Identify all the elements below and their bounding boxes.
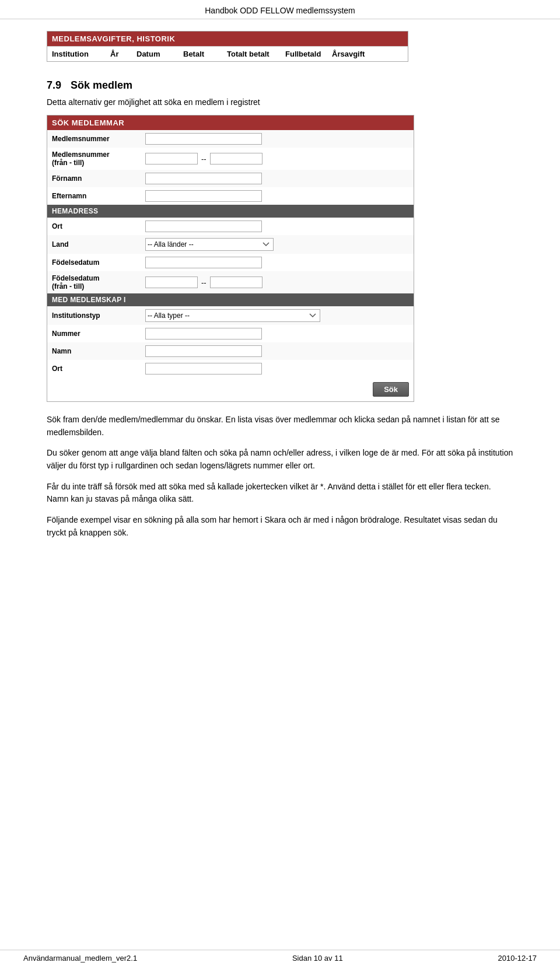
form-row-efternamn: Efternamn	[47, 187, 414, 205]
content-area: MEDLEMSAVGIFTER, HISTORIK Institution År…	[0, 19, 560, 583]
footer-right: 2010-12-17	[498, 954, 537, 963]
label-medlemsnummer-range: Medlemsnummer(från - till)	[52, 150, 145, 167]
label-land: Land	[52, 240, 145, 249]
label-fornamn: Förnamn	[52, 174, 145, 183]
form-row-land: Land -- Alla länder --	[47, 235, 414, 254]
sok-form-box: SÖK MEDLEMMAR Medlemsnummer Medlemsnumme…	[47, 115, 414, 402]
page-title: Handbok ODD FELLOW medlemssystem	[205, 6, 355, 15]
form-row-fornamn: Förnamn	[47, 170, 414, 187]
form-row-fodelsedatum-range: Födelsedatum(från - till) --	[47, 271, 414, 293]
label-fodelsedatum-range: Födelsedatum(från - till)	[52, 274, 145, 290]
footer-center: Sidan 10 av 11	[292, 954, 343, 963]
input-medlemsnummer-from[interactable]	[145, 153, 198, 164]
input-efternamn[interactable]	[145, 190, 262, 202]
label-membership-ort: Ort	[52, 365, 145, 373]
body-paragraph-2: Du söker genom att ange välja bland fält…	[47, 447, 513, 472]
section-title: Sök medlem	[71, 79, 132, 92]
hemadress-header: HEMADRESS	[47, 205, 414, 218]
col-arsavgift: Årsavgift	[332, 50, 379, 58]
historik-header-row: Institution År Datum Betalt Totalt betal…	[47, 46, 408, 61]
form-row-medlemsnummer: Medlemsnummer	[47, 130, 414, 148]
dash-2: --	[201, 278, 206, 287]
label-ort: Ort	[52, 222, 145, 230]
form-row-medlemsnummer-range: Medlemsnummer(från - till) --	[47, 148, 414, 170]
input-fodelsedatum[interactable]	[145, 257, 262, 268]
body-paragraph-1: Sök fram den/de medlem/medlemmar du önsk…	[47, 414, 513, 439]
form-buttons-row: Sök	[47, 377, 414, 401]
form-row-nummer: Nummer	[47, 325, 414, 342]
historik-box: MEDLEMSAVGIFTER, HISTORIK Institution År…	[47, 31, 408, 62]
body-paragraph-3: Får du inte träff så försök med att söka…	[47, 481, 513, 506]
historik-title: MEDLEMSAVGIFTER, HISTORIK	[47, 32, 408, 46]
col-betalt: Betalt	[183, 50, 227, 58]
section-heading-row: 7.9 Sök medlem	[47, 79, 513, 92]
input-fornamn[interactable]	[145, 173, 262, 184]
select-land[interactable]: -- Alla länder --	[145, 238, 274, 251]
col-institution: Institution	[52, 50, 110, 58]
form-row-namn: Namn	[47, 342, 414, 360]
label-medlemsnummer: Medlemsnummer	[52, 135, 145, 143]
sok-form-title: SÖK MEDLEMMAR	[47, 116, 414, 130]
input-ort[interactable]	[145, 220, 262, 232]
label-fodelsedatum: Födelsedatum	[52, 258, 145, 267]
page-header: Handbok ODD FELLOW medlemssystem	[0, 0, 560, 19]
page-footer: Användarmanual_medlem_ver2.1 Sidan 10 av…	[0, 950, 560, 966]
input-medlemsnummer-to[interactable]	[210, 153, 262, 164]
input-fodelsedatum-to[interactable]	[210, 276, 262, 288]
input-membership-ort[interactable]	[145, 363, 262, 374]
sok-button[interactable]: Sök	[373, 382, 409, 397]
form-row-institutionstyp: Institutionstyp -- Alla typer --	[47, 306, 414, 325]
section-intro: Detta alternativ ger möjlighet att söka …	[47, 97, 513, 107]
dash-1: --	[201, 155, 206, 163]
col-datum: Datum	[136, 50, 183, 58]
label-namn: Namn	[52, 347, 145, 355]
label-nummer: Nummer	[52, 330, 145, 338]
input-fodelsedatum-from[interactable]	[145, 276, 198, 288]
form-row-fodelsedatum: Födelsedatum	[47, 254, 414, 271]
col-ar: År	[110, 50, 136, 58]
col-fullbetald: Fullbetald	[285, 50, 332, 58]
body-paragraph-4: Följande exempel visar en sökning på all…	[47, 514, 513, 539]
input-namn[interactable]	[145, 345, 262, 357]
label-efternamn: Efternamn	[52, 192, 145, 200]
col-totalt: Totalt betalt	[227, 50, 285, 58]
select-institutionstyp[interactable]: -- Alla typer --	[145, 309, 320, 322]
input-medlemsnummer[interactable]	[145, 133, 262, 145]
section-number: 7.9	[47, 79, 61, 92]
footer-left: Användarmanual_medlem_ver2.1	[23, 954, 137, 963]
form-row-membership-ort: Ort	[47, 360, 414, 377]
input-nummer[interactable]	[145, 328, 262, 340]
label-institutionstyp: Institutionstyp	[52, 312, 145, 320]
form-row-ort: Ort	[47, 218, 414, 235]
membership-header: MED MEDLEMSKAP I	[47, 293, 414, 306]
